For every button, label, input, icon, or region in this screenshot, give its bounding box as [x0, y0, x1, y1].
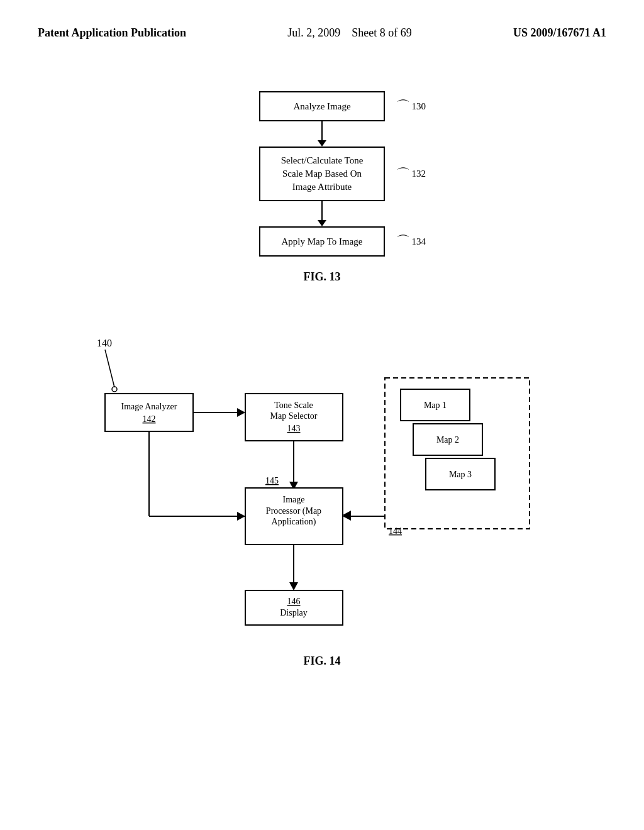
select-calculate-box: Select/Calculate Tone Scale Map Based On…: [259, 147, 385, 201]
fig14-svg: 140 Image Analyzer 142 Tone Scale Map Se…: [50, 321, 594, 648]
fig13-label: FIG. 13: [303, 270, 340, 284]
svg-text:143: 143: [287, 424, 301, 433]
svg-marker-26: [237, 512, 245, 521]
publication-type: Patent Application Publication: [38, 25, 186, 41]
arrow-132-134: [318, 201, 326, 226]
svg-marker-20: [289, 582, 298, 590]
apply-map-label: Apply Map To Image: [281, 235, 362, 248]
fig13-section: Analyze Image ⌒ 130 Select/Calculate Ton…: [50, 91, 594, 284]
svg-text:Map 2: Map 2: [436, 435, 459, 445]
date-sheet: Jul. 2, 2009 Sheet 8 of 69: [287, 25, 412, 41]
svg-rect-2: [105, 394, 193, 431]
sheet-info: Sheet 8 of 69: [352, 26, 411, 39]
page-header: Patent Application Publication Jul. 2, 2…: [0, 0, 644, 53]
fig14-diagram: 140 Image Analyzer 142 Tone Scale Map Se…: [50, 321, 594, 648]
svg-text:146: 146: [287, 597, 301, 606]
arrow-130-132: [318, 121, 326, 147]
svg-text:Map 3: Map 3: [449, 470, 472, 479]
select-calculate-label: Select/Calculate Tone Scale Map Based On…: [273, 154, 371, 194]
apply-map-box: Apply Map To Image: [259, 226, 385, 257]
svg-text:144: 144: [389, 526, 402, 536]
svg-text:Image Analyzer: Image Analyzer: [121, 402, 177, 411]
patent-number: US 2009/167671 A1: [513, 25, 606, 41]
ref-134: ⌒ 134: [396, 232, 426, 251]
fig14-section: 140 Image Analyzer 142 Tone Scale Map Se…: [50, 321, 594, 668]
curve-134: ⌒: [396, 232, 410, 251]
svg-text:145: 145: [265, 476, 279, 485]
publication-date: Jul. 2, 2009: [287, 26, 340, 39]
analyze-image-label: Analyze Image: [293, 100, 350, 113]
svg-point-1: [112, 387, 117, 392]
svg-text:Tone Scale: Tone Scale: [274, 401, 313, 410]
svg-text:Application): Application): [272, 517, 316, 527]
svg-text:Processor (Map: Processor (Map: [266, 506, 321, 516]
fig14-label: FIG. 14: [50, 655, 594, 668]
svg-marker-6: [237, 408, 245, 417]
curve-130: ⌒: [396, 97, 410, 116]
ref-140-text: 140: [97, 338, 112, 348]
ref-132-label: 132: [412, 169, 426, 179]
page-content: Analyze Image ⌒ 130 Select/Calculate Ton…: [0, 53, 644, 680]
svg-text:Map 1: Map 1: [424, 401, 447, 410]
ref-134-label: 134: [412, 236, 426, 247]
ref-132: ⌒ 132: [396, 165, 426, 184]
analyze-image-box: Analyze Image: [259, 91, 385, 121]
svg-line-0: [105, 350, 114, 387]
ref-130-label: 130: [412, 101, 426, 112]
svg-text:Image: Image: [283, 495, 305, 504]
ref-130: ⌒ 130: [396, 97, 426, 116]
svg-text:142: 142: [143, 414, 156, 424]
svg-text:Display: Display: [280, 608, 308, 617]
svg-text:Map Selector: Map Selector: [270, 411, 317, 421]
curve-132: ⌒: [396, 165, 410, 184]
